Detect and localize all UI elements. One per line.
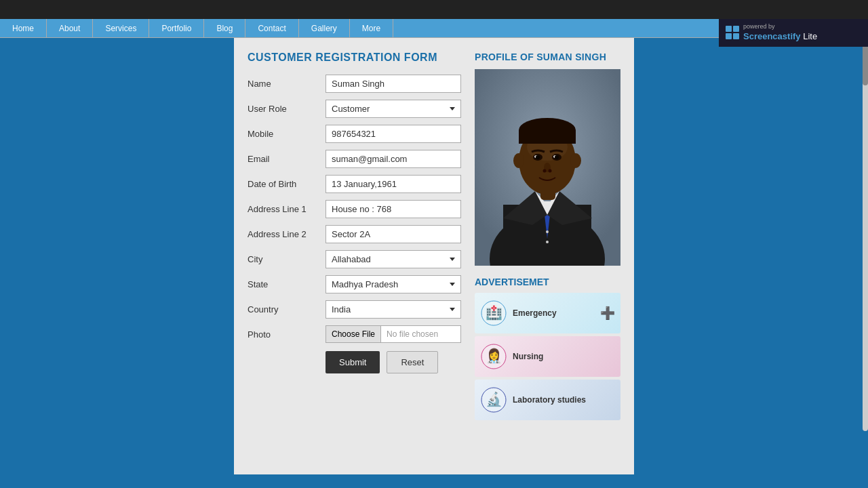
svg-point-20 [549, 169, 552, 173]
svg-point-22 [570, 153, 581, 168]
country-select[interactable]: India USA UK Australia [326, 300, 461, 319]
svg-point-25 [546, 230, 549, 233]
svg-point-17 [555, 155, 559, 159]
lab-label: Laboratory studies [513, 395, 586, 405]
reset-button[interactable]: Reset [387, 351, 438, 373]
address2-input[interactable] [326, 225, 461, 243]
nav-item-services[interactable]: Services [93, 19, 149, 37]
name-label: Name [248, 79, 326, 89]
dob-input[interactable] [326, 175, 461, 193]
content-wrapper: CUSTOMER REGISTRATION FORM Name User Rol… [234, 38, 634, 474]
country-row: Country India USA UK Australia [248, 300, 461, 319]
nav-item-more[interactable]: More [350, 19, 393, 37]
advertisement-cards: 🏥 Emergency ➕ 👩‍⚕️ Nursing [475, 293, 620, 420]
svg-point-16 [536, 155, 540, 159]
mobile-label: Mobile [248, 129, 326, 139]
advertisement-title: ADVERTISЕMET [475, 277, 620, 287]
dob-row: Date of Birth [248, 175, 461, 193]
email-label: Email [248, 154, 326, 164]
nav-item-home[interactable]: Home [0, 19, 47, 37]
mobile-row: Mobile [248, 125, 461, 143]
left-sidebar [0, 38, 86, 474]
svg-text:🏥: 🏥 [486, 304, 502, 321]
email-input[interactable] [326, 150, 461, 168]
address2-label: Address Line 2 [248, 229, 326, 239]
address1-input[interactable] [326, 200, 461, 218]
name-row: Name [248, 75, 461, 93]
nav-item-portfolio[interactable]: Portfolio [149, 19, 204, 37]
ad-card-nursing[interactable]: 👩‍⚕️ Nursing [475, 336, 620, 377]
nursing-label: Nursing [513, 352, 543, 361]
state-select[interactable]: Madhya Pradesh Maharashtra Delhi West Be… [326, 275, 461, 293]
screencastify-icon [726, 26, 739, 39]
name-input[interactable] [326, 75, 461, 93]
main-layout: CUSTOMER REGISTRATION FORM Name User Rol… [0, 38, 868, 474]
photo-label: Photo [248, 329, 326, 340]
scrollbar-thumb[interactable] [863, 45, 868, 85]
screencastify-brand-text: powered by Screencastify Lite [743, 23, 817, 43]
state-row: State Madhya Pradesh Maharashtra Delhi W… [248, 275, 461, 293]
nav-item-blog[interactable]: Blog [204, 19, 245, 37]
city-select[interactable]: Allahabad Mumbai Delhi Kolkata [326, 250, 461, 268]
right-sidebar [782, 38, 868, 474]
nav-item-about[interactable]: About [47, 19, 93, 37]
user-role-select[interactable]: Customer Admin Staff [326, 100, 461, 118]
choose-file-button[interactable]: Choose File [326, 326, 381, 342]
emergency-icon: 🏥 [480, 300, 507, 327]
top-bar [0, 0, 868, 19]
screencastify-badge: powered by Screencastify Lite [719, 19, 868, 47]
scrollbar[interactable] [863, 38, 868, 431]
submit-button[interactable]: Submit [326, 351, 380, 373]
form-section: CUSTOMER REGISTRATION FORM Name User Rol… [248, 52, 461, 461]
emergency-label: Emergency [513, 308, 557, 318]
nav-item-gallery[interactable]: Gallery [299, 19, 350, 37]
ad-card-emergency[interactable]: 🏥 Emergency ➕ [475, 293, 620, 333]
city-label: City [248, 254, 326, 264]
email-row: Email [248, 150, 461, 168]
svg-rect-24 [519, 130, 576, 144]
profile-image-svg [475, 69, 620, 266]
state-label: State [248, 279, 326, 289]
profile-photo [475, 69, 620, 266]
country-label: Country [248, 304, 326, 314]
svg-point-19 [543, 169, 547, 173]
svg-point-26 [546, 241, 549, 243]
svg-text:🔬: 🔬 [486, 391, 502, 407]
svg-point-21 [513, 153, 524, 168]
photo-row: Photo Choose File No file chosen [248, 325, 461, 343]
button-row: Submit Reset [326, 351, 461, 373]
nursing-icon: 👩‍⚕️ [480, 343, 507, 370]
emergency-cross-icon: ➕ [600, 306, 615, 321]
city-row: City Allahabad Mumbai Delhi Kolkata [248, 250, 461, 268]
profile-title: PROFILE OF SUMAN SINGH [475, 52, 620, 62]
address1-row: Address Line 1 [248, 200, 461, 218]
address2-row: Address Line 2 [248, 225, 461, 243]
mobile-input[interactable] [326, 125, 461, 143]
powered-by-label: powered by [743, 23, 817, 31]
user-role-label: User Role [248, 104, 326, 114]
form-title: CUSTOMER REGISTRATION FORM [248, 52, 461, 64]
address1-label: Address Line 1 [248, 204, 326, 214]
svg-text:👩‍⚕️: 👩‍⚕️ [486, 348, 502, 364]
brand-name-label: Screencastify Lite [743, 31, 817, 43]
nav-item-contact[interactable]: Contact [245, 19, 298, 37]
profile-section: PROFILE OF SUMAN SINGH [475, 52, 620, 461]
ad-card-lab[interactable]: 🔬 Laboratory studies [475, 380, 620, 420]
lab-icon: 🔬 [480, 386, 507, 413]
file-name-display: No file chosen [381, 326, 443, 342]
user-role-row: User Role Customer Admin Staff [248, 100, 461, 118]
file-input-wrapper[interactable]: Choose File No file chosen [326, 325, 461, 343]
dob-label: Date of Birth [248, 179, 326, 189]
